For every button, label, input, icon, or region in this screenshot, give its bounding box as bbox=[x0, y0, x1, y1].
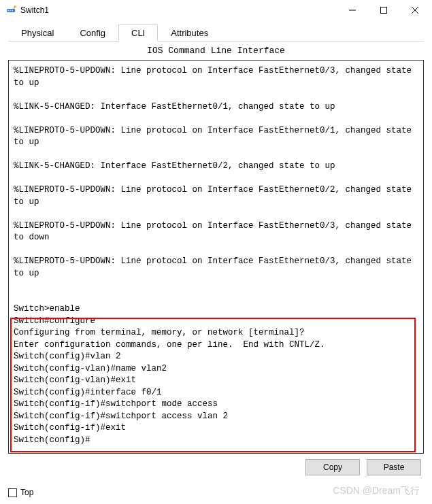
titlebar: Switch1 bbox=[0, 0, 432, 20]
cli-terminal[interactable]: %LINEPROTO-5-UPDOWN: Line protocol on In… bbox=[10, 61, 422, 452]
svg-rect-6 bbox=[381, 7, 387, 14]
tab-bar: Physical Config CLI Attributes bbox=[8, 24, 424, 41]
window-title: Switch1 bbox=[20, 5, 337, 15]
tab-attributes[interactable]: Attributes bbox=[158, 24, 221, 41]
app-icon bbox=[5, 5, 16, 16]
tab-config[interactable]: Config bbox=[67, 24, 118, 41]
svg-rect-2 bbox=[10, 10, 11, 12]
svg-point-4 bbox=[14, 6, 16, 7]
svg-rect-1 bbox=[7, 10, 9, 12]
minimize-button[interactable] bbox=[337, 0, 368, 20]
top-checkbox-label: Top bbox=[20, 488, 33, 497]
button-row: Copy Paste bbox=[8, 454, 424, 478]
copy-button[interactable]: Copy bbox=[305, 459, 360, 475]
maximize-button[interactable] bbox=[368, 0, 399, 20]
watermark: CSDN @Dream飞行 bbox=[333, 485, 420, 497]
close-button[interactable] bbox=[399, 0, 431, 20]
svg-rect-3 bbox=[12, 10, 13, 12]
panel-title: IOS Command Line Interface bbox=[8, 41, 424, 60]
terminal-container: %LINEPROTO-5-UPDOWN: Line protocol on In… bbox=[8, 60, 424, 454]
tab-physical[interactable]: Physical bbox=[8, 24, 67, 41]
top-checkbox[interactable] bbox=[8, 488, 17, 497]
paste-button[interactable]: Paste bbox=[367, 459, 421, 475]
tab-cli[interactable]: CLI bbox=[118, 24, 158, 41]
